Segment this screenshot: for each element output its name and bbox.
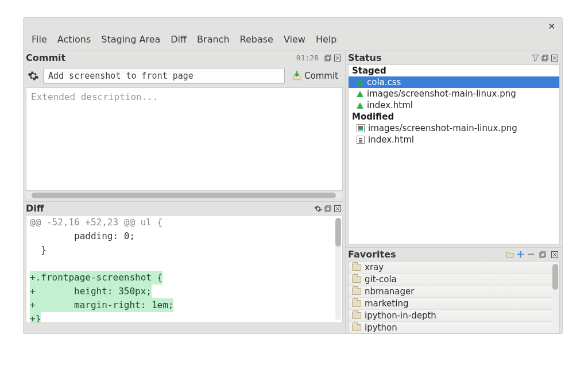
status-list: Stagedcola.cssimages/screenshot-main-lin… xyxy=(348,64,560,245)
favorite-item[interactable]: xray xyxy=(349,262,559,274)
diff-line: + margin-right: 1em; xyxy=(26,298,342,312)
svg-rect-7 xyxy=(542,56,547,61)
commit-time: 01:28 xyxy=(296,53,319,62)
remove-icon[interactable] xyxy=(527,251,535,259)
file-icon xyxy=(357,124,365,132)
panel-close-icon[interactable] xyxy=(551,54,559,62)
favorite-label: xray xyxy=(365,262,384,272)
file-name: images/screenshot-main-linux.png xyxy=(367,89,516,99)
modified-file[interactable]: images/screenshot-main-linux.png xyxy=(349,122,559,134)
diff-line: + height: 350px; xyxy=(26,285,342,298)
commit-toolbar: Commit xyxy=(24,64,345,87)
menu-file[interactable]: File xyxy=(32,34,47,45)
panel-close-icon[interactable] xyxy=(334,205,342,213)
favorite-item[interactable]: nbmanager xyxy=(349,286,559,298)
diff-view[interactable]: @@ -52,16 +52,23 @@ ul { padding: 0; } +… xyxy=(26,215,343,323)
favorite-item[interactable]: ipython xyxy=(349,322,559,333)
menu-view[interactable]: View xyxy=(284,34,305,45)
vertical-scrollbar[interactable] xyxy=(335,218,341,320)
favorite-label: ipython xyxy=(365,322,397,333)
staged-file[interactable]: index.html xyxy=(349,99,559,111)
restore-icon[interactable] xyxy=(539,251,547,259)
favorites-panel-header: Favorites xyxy=(346,247,562,261)
diff-line: +.frontpage-screenshot { xyxy=(26,271,342,285)
folder-icon xyxy=(352,264,361,271)
commit-panel-header: Commit 01:28 xyxy=(24,51,345,64)
favorites-panel: Favorites xyxy=(346,247,562,333)
favorite-label: marketing xyxy=(365,298,408,309)
panel-close-icon[interactable] xyxy=(334,54,342,62)
file-name: cola.css xyxy=(367,77,401,87)
diff-line: @@ -52,16 +52,23 @@ ul { xyxy=(26,216,342,229)
panel-close-icon[interactable] xyxy=(551,251,559,259)
commit-summary-input[interactable] xyxy=(43,68,285,84)
menu-staging-area[interactable]: Staging Area xyxy=(101,34,160,45)
staged-icon xyxy=(357,79,363,86)
diff-line: padding: 0; xyxy=(26,229,342,243)
favorite-item[interactable]: marketing xyxy=(349,298,559,310)
restore-icon[interactable] xyxy=(324,205,332,213)
svg-rect-8 xyxy=(543,55,548,60)
favorites-panel-title: Favorites xyxy=(348,249,396,260)
close-icon[interactable]: ✕ xyxy=(548,21,555,32)
folder-icon xyxy=(352,276,361,283)
commit-panel-title: Commit xyxy=(26,52,65,63)
status-group-label: Staged xyxy=(349,65,559,76)
favorite-label: git-cola xyxy=(365,274,397,285)
filter-icon[interactable] xyxy=(531,54,539,62)
restore-icon[interactable] xyxy=(324,54,332,62)
commit-panel: Commit 01:28 Commit xyxy=(24,51,345,323)
diff-line: } xyxy=(26,243,342,257)
file-name: index.html xyxy=(368,135,414,145)
svg-rect-0 xyxy=(325,56,330,61)
folder-icon xyxy=(352,288,361,295)
staged-file[interactable]: images/screenshot-main-linux.png xyxy=(349,88,559,99)
horizontal-scrollbar[interactable] xyxy=(26,192,343,199)
svg-rect-5 xyxy=(326,206,331,210)
folder-icon xyxy=(352,300,361,307)
folder-icon xyxy=(352,324,361,331)
folder-icon xyxy=(352,312,361,319)
status-column: Status Stagedcola.cssimages/screenshot-m… xyxy=(345,51,562,333)
status-group-label: Modified xyxy=(349,111,559,122)
extended-description-input[interactable]: Extended description... xyxy=(26,87,343,191)
svg-rect-3 xyxy=(293,76,300,80)
menubar: FileActionsStaging AreaDiffBranchRebaseV… xyxy=(24,18,562,51)
vertical-scrollbar[interactable] xyxy=(552,264,558,331)
diff-line xyxy=(26,257,342,271)
staged-icon xyxy=(357,91,363,97)
menu-branch[interactable]: Branch xyxy=(197,34,229,45)
modified-file[interactable]: index.html xyxy=(349,134,559,145)
menu-rebase[interactable]: Rebase xyxy=(240,34,273,45)
svg-rect-4 xyxy=(325,207,330,212)
diff-line: +} xyxy=(26,312,342,323)
svg-rect-10 xyxy=(540,253,544,258)
file-name: index.html xyxy=(367,100,413,110)
restore-icon[interactable] xyxy=(541,54,549,62)
staged-file[interactable]: cola.css xyxy=(349,76,559,88)
diff-panel-title: Diff xyxy=(26,203,44,214)
diff-panel-header: Diff xyxy=(24,201,345,215)
commit-button[interactable]: Commit xyxy=(288,69,342,83)
favorite-item[interactable]: git-cola xyxy=(349,274,559,286)
status-panel-header: Status xyxy=(346,51,562,64)
add-icon[interactable] xyxy=(516,251,524,259)
app-window: ✕ FileActionsStaging AreaDiffBranchRebas… xyxy=(23,17,563,334)
favorites-list: xraygit-colanbmanagermarketingipython-in… xyxy=(348,261,560,333)
favorite-item[interactable]: ipython-in-depth xyxy=(349,310,559,322)
favorite-label: nbmanager xyxy=(365,286,414,297)
commit-button-label: Commit xyxy=(304,71,338,81)
menu-help[interactable]: Help xyxy=(316,34,336,45)
staged-icon xyxy=(357,102,363,109)
file-name: images/screenshot-main-linux.png xyxy=(368,123,517,133)
favorite-label: ipython-in-depth xyxy=(365,310,436,321)
diff-panel: Diff @@ -52,16 +52,23 @@ ul { padding: 0… xyxy=(24,201,345,323)
open-folder-icon[interactable] xyxy=(506,251,514,259)
status-panel-title: Status xyxy=(348,52,382,63)
gear-icon[interactable] xyxy=(27,70,40,82)
commit-apply-icon xyxy=(292,71,302,81)
menu-actions[interactable]: Actions xyxy=(57,34,91,45)
menu-diff[interactable]: Diff xyxy=(171,34,187,45)
diff-gear-icon[interactable] xyxy=(314,205,322,213)
file-icon xyxy=(357,136,365,144)
